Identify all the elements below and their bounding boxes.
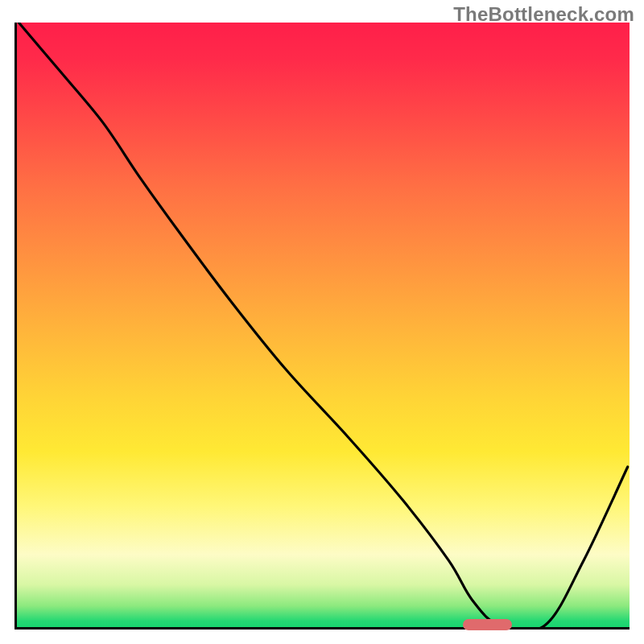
optimal-marker xyxy=(463,619,511,630)
chart-plot-area xyxy=(14,23,630,630)
bottleneck-curve xyxy=(17,23,630,627)
